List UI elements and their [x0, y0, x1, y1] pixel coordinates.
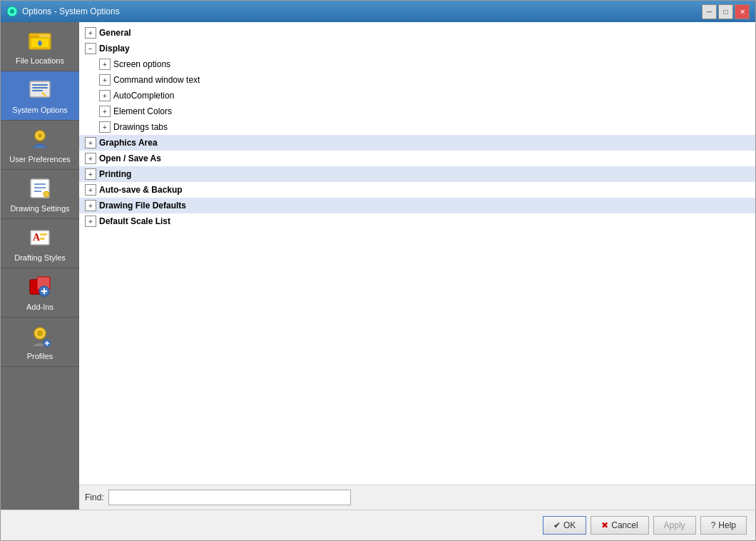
expander-open-save-as[interactable]: + [85, 153, 96, 164]
svg-point-1 [10, 9, 14, 14]
expander-drawing-file-defaults[interactable]: + [85, 200, 96, 211]
tree-item-graphics-area[interactable]: + Graphics Area [79, 135, 755, 151]
sidebar-label-user-preferences: User Preferences [9, 155, 71, 163]
tree-label-graphics-area: Graphics Area [99, 138, 158, 148]
svg-rect-6 [30, 81, 50, 97]
svg-rect-21 [40, 238, 45, 240]
sidebar-label-profiles: Profiles [27, 352, 53, 360]
expander-default-scale-list[interactable]: + [85, 216, 96, 227]
expander-display[interactable]: − [85, 43, 96, 54]
expander-general[interactable]: + [85, 27, 96, 39]
tree-item-drawings-tabs[interactable]: + Drawings tabs [79, 119, 755, 135]
sidebar-item-drafting-styles[interactable]: A Drafting Styles [1, 219, 79, 268]
drawing-settings-icon [27, 176, 53, 201]
tree-label-command-window-text: Command window text [113, 75, 200, 85]
tree-item-autocompletion[interactable]: + AutoCompletion [79, 88, 755, 103]
expander-screen-options[interactable]: + [99, 59, 111, 70]
sidebar-label-file-locations: File Locations [16, 56, 64, 65]
sidebar-label-system-options: System Options [12, 106, 68, 114]
find-input[interactable] [108, 490, 351, 505]
sidebar-item-file-locations[interactable]: File Locations [1, 22, 79, 71]
svg-point-17 [44, 191, 49, 197]
title-bar-controls: ─ □ ✕ [702, 4, 750, 19]
ok-checkmark-icon: ✔ [553, 520, 561, 530]
svg-rect-20 [40, 233, 47, 236]
tree-label-element-colors: Element Colors [113, 106, 172, 116]
ok-button[interactable]: ✔ OK [543, 516, 586, 535]
tree-item-display[interactable]: − Display [79, 41, 755, 56]
tree-panel: + General − Display + Screen options + C… [79, 22, 755, 485]
user-preferences-icon [27, 126, 53, 152]
tree-label-general: General [99, 28, 131, 38]
expander-autocompletion[interactable]: + [99, 90, 111, 101]
help-button[interactable]: ? Help [700, 516, 747, 535]
apply-button[interactable]: Apply [653, 516, 696, 535]
sidebar-item-system-options[interactable]: System Options [1, 71, 79, 121]
sidebar-label-add-ins: Add-Ins [26, 303, 53, 311]
tree-item-command-window-text[interactable]: + Command window text [79, 72, 755, 88]
cancel-button[interactable]: ✖ Cancel [591, 516, 648, 535]
tree-item-screen-options[interactable]: + Screen options [79, 56, 755, 72]
tree-item-default-scale-list[interactable]: + Default Scale List [79, 213, 755, 229]
svg-rect-8 [32, 87, 48, 89]
content-area: + General − Display + Screen options + C… [79, 22, 755, 510]
sidebar-label-drawing-settings: Drawing Settings [10, 204, 69, 213]
expander-graphics-area[interactable]: + [85, 137, 96, 148]
sidebar: File Locations System Options [1, 22, 79, 510]
expander-command-window-text[interactable]: + [99, 74, 111, 86]
tree-label-auto-save-backup: Auto-save & Backup [99, 185, 183, 195]
expander-drawings-tabs[interactable]: + [99, 121, 111, 133]
expander-printing[interactable]: + [85, 168, 96, 180]
main-content: File Locations System Options [1, 22, 755, 510]
maximize-button[interactable]: □ [718, 4, 733, 19]
svg-rect-7 [32, 84, 48, 86]
tree-label-open-save-as: Open / Save As [99, 153, 161, 163]
sidebar-item-user-preferences[interactable]: User Preferences [1, 121, 79, 170]
cancel-x-icon: ✖ [601, 520, 608, 530]
expander-element-colors[interactable]: + [99, 106, 111, 117]
profiles-icon [27, 323, 53, 349]
sidebar-label-drafting-styles: Drafting Styles [14, 253, 66, 262]
minimize-button[interactable]: ─ [702, 4, 717, 19]
svg-text:A: A [33, 232, 41, 243]
find-label: Find: [85, 492, 104, 502]
drafting-styles-icon: A [27, 225, 53, 251]
find-bar: Find: [79, 485, 755, 510]
tree-label-screen-options: Screen options [113, 59, 170, 69]
system-options-icon [27, 77, 53, 103]
svg-point-28 [37, 330, 43, 336]
tree-label-display: Display [99, 44, 130, 54]
tree-label-drawing-file-defaults: Drawing File Defaults [99, 201, 186, 211]
tree-label-drawings-tabs: Drawings tabs [113, 122, 168, 132]
tree-label-default-scale-list: Default Scale List [99, 216, 170, 226]
window-title: Options - System Options [22, 6, 120, 16]
help-icon: ? [711, 520, 716, 530]
app-icon [6, 6, 18, 17]
file-locations-icon [27, 28, 53, 54]
add-ins-icon [27, 274, 53, 300]
svg-point-12 [38, 133, 42, 138]
sidebar-item-profiles[interactable]: Profiles [1, 318, 79, 367]
tree-item-auto-save-backup[interactable]: + Auto-save & Backup [79, 182, 755, 198]
tree-item-general[interactable]: + General [79, 25, 755, 41]
main-window: Options - System Options ─ □ ✕ [0, 0, 756, 541]
sidebar-item-add-ins[interactable]: Add-Ins [1, 268, 79, 318]
svg-rect-3 [29, 35, 39, 38]
tree-item-printing[interactable]: + Printing [79, 166, 755, 182]
title-bar-left: Options - System Options [6, 6, 120, 17]
expander-auto-save-backup[interactable]: + [85, 184, 96, 196]
tree-label-printing: Printing [99, 169, 131, 179]
tree-item-element-colors[interactable]: + Element Colors [79, 103, 755, 119]
sidebar-item-drawing-settings[interactable]: Drawing Settings [1, 170, 79, 219]
tree-item-drawing-file-defaults[interactable]: + Drawing File Defaults [79, 198, 755, 213]
tree-label-autocompletion: AutoCompletion [113, 91, 174, 101]
bottom-bar: ✔ OK ✖ Cancel Apply ? Help [1, 510, 755, 540]
svg-rect-9 [32, 90, 43, 91]
close-button[interactable]: ✕ [735, 4, 750, 19]
title-bar: Options - System Options ─ □ ✕ [1, 1, 755, 22]
tree-item-open-save-as[interactable]: + Open / Save As [79, 151, 755, 166]
